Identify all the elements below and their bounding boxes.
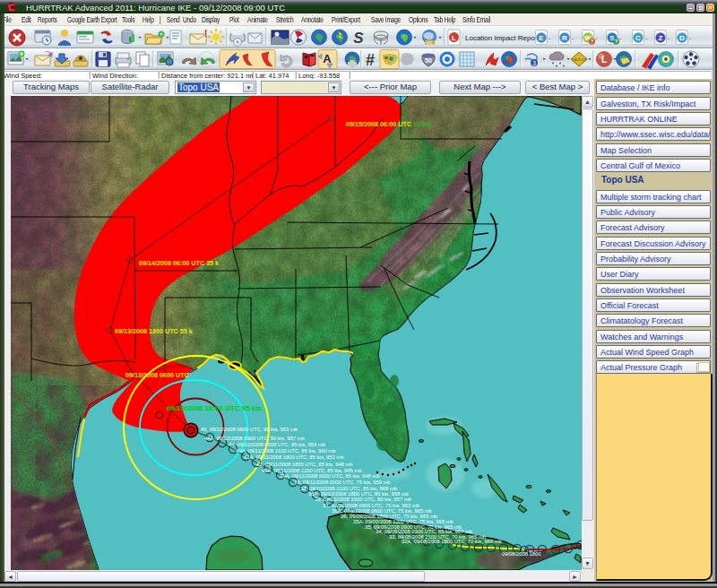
svg-text:-: - [549, 35, 551, 41]
svg-text:-: - [645, 35, 648, 41]
svg-text:-: - [572, 35, 574, 41]
svg-text:09/12/2008 18:00 UTC 95 kts: 09/12/2008 18:00 UTC 95 kts [167, 404, 263, 412]
svg-text:L: L [601, 55, 607, 65]
svg-text:09/08/2008 1800: 09/08/2008 1800 [502, 551, 541, 557]
svg-text:R: R [562, 34, 567, 42]
svg-text:09/14/2008 06:00 UTC 35 k: 09/14/2008 06:00 UTC 35 k [139, 259, 219, 267]
svg-text:S: S [353, 30, 364, 47]
svg-text:E: E [539, 34, 544, 42]
svg-text:-: - [595, 35, 598, 41]
svg-text:-: - [689, 35, 692, 41]
svg-text:!: ! [204, 29, 207, 39]
svg-text:44A, 09/12/2008 0300 UTC, 90: 44A, 09/12/2008 0300 UTC, 90 kts, 957 mb [204, 436, 305, 441]
svg-text:44, 09/12/2008 0000 UTC, 85 k: 44, 09/12/2008 0000 UTC, 85 kts, 954 mb [229, 442, 325, 447]
svg-text:powered by EH2 data Science &: powered by EH2 data Science & Technology [27, 112, 133, 117]
svg-text:C: C [635, 34, 641, 42]
svg-text:L: L [452, 34, 456, 42]
svg-text:Location Impact Report ~: Location Impact Report ~ [465, 34, 545, 42]
svg-text:09/13/2008 0600 UTC: 09/13/2008 0600 UTC [125, 371, 189, 379]
svg-text:50: 50 [425, 57, 432, 64]
svg-text:-: - [619, 35, 622, 41]
svg-text:32A, 09/08/2008 1800 UTC, 70: 32A, 09/08/2008 1800 UTC, 70 kts, 966 mb [402, 539, 502, 544]
svg-text:39A, 09/11/2008 0600 UTC, 85: 39A, 09/11/2008 0600 UTC, 85 kts, 948 mb [280, 473, 379, 479]
svg-text:#: # [366, 51, 375, 69]
svg-text:09/13/2008 1800 UTC 55 k: 09/13/2008 1800 UTC 55 k [115, 327, 193, 335]
svg-text:3: 3 [532, 60, 536, 66]
svg-text:39, 09/11/2008 0000 UTC, 75 k: 39, 09/11/2008 0000 UTC, 75 kts, 959 mb [294, 480, 391, 485]
svg-text:D: D [679, 34, 685, 42]
svg-text:CAUTION: CAUTION [572, 58, 586, 62]
svg-text:?: ? [591, 39, 594, 44]
svg-text:Custom Topo USA map data (c)G: Custom Topo USA map data (c)Greg Hopkins [27, 103, 135, 108]
svg-text:42A, 09/11/2008 1800 UTC, 85: 42A, 09/11/2008 1800 UTC, 85 kts, 952 mb [244, 454, 343, 460]
svg-text:-: - [668, 35, 670, 41]
svg-text:42, 09/11/2008 1800 UTC, 85 k: 42, 09/11/2008 1800 UTC, 85 kts, 948 mb [256, 462, 353, 467]
svg-text:38, 09/10/2008 1500 UTC, 80 k: 38, 09/10/2008 1500 UTC, 80 kts, 957 mb [315, 497, 411, 502]
svg-text:45, 09/12/2008 0900 UTC, 90 k: 45, 09/12/2008 0900 UTC, 90 kts, 953 mb [201, 427, 298, 432]
svg-text:09/15/2008 06:00 UTC 30 ktn: 09/15/2008 06:00 UTC 30 ktn [346, 120, 432, 128]
svg-text:?: ? [615, 39, 618, 44]
svg-text:XFL: XFL [426, 41, 434, 46]
svg-text:Z: Z [659, 34, 663, 42]
svg-text:43A, 09/11/2008 2100 UTC, 85: 43A, 09/11/2008 2100 UTC, 85 kts, 960 mb [236, 448, 335, 454]
